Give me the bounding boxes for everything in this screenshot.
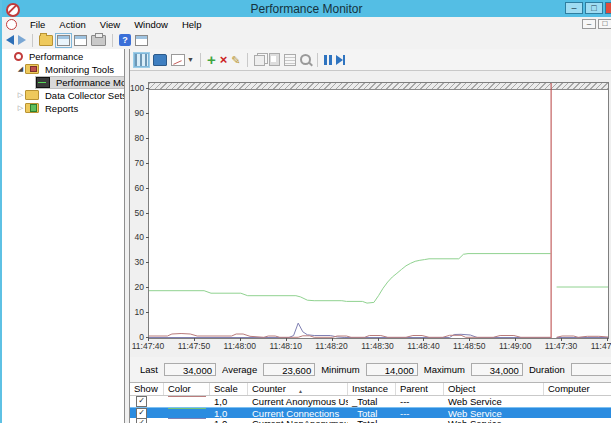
column-header-scale[interactable]: Scale (210, 383, 248, 395)
stat-label-minimum: Minimum (321, 364, 360, 375)
chevron-down-icon: ▼ (187, 56, 194, 63)
menu-item-action[interactable]: Action (52, 19, 92, 30)
show-checkbox[interactable]: ✓ (136, 396, 147, 407)
stat-label-average: Average (222, 364, 257, 375)
scale-cell: 1,0 (210, 418, 248, 423)
instance-cell: _Total (348, 396, 396, 407)
y-axis-tick (146, 138, 149, 139)
window-title: Performance Monitor (2, 2, 611, 16)
color-swatch (168, 418, 206, 419)
counter-row-current-connections[interactable]: ✓1,0Current Connections_Total---Web Serv… (130, 407, 611, 418)
new-window-icon[interactable] (135, 35, 148, 46)
show-console-tree-icon[interactable] (57, 35, 70, 46)
tree-item-monitoring-tools[interactable]: ◢Monitoring Tools (2, 63, 124, 75)
mdi-restore-button[interactable]: □ (598, 19, 611, 29)
y-axis-label: 80 (130, 133, 144, 143)
y-axis-tick (146, 163, 149, 164)
y-axis-tick (146, 88, 149, 89)
column-header-color[interactable]: Color (164, 383, 210, 395)
console-tree: Performance◢Monitoring ToolsPerformance … (2, 49, 124, 423)
expander-expanded-icon[interactable]: ◢ (16, 65, 25, 73)
x-axis-tick (194, 338, 195, 341)
zoom-icon[interactable] (300, 54, 311, 65)
menu-item-view[interactable]: View (93, 19, 127, 30)
window-list-icon[interactable] (74, 35, 87, 46)
back-icon[interactable] (6, 35, 14, 45)
show-checkbox[interactable]: ✓ (136, 408, 147, 419)
expander-collapsed-icon[interactable]: ▷ (16, 104, 25, 112)
tree-item-label: Monitoring Tools (42, 64, 117, 75)
series-line-current-anonymous-users (149, 334, 551, 338)
copy-properties-icon[interactable] (254, 55, 265, 66)
x-axis-label: 11:47:40 (585, 341, 611, 351)
column-header-instance[interactable]: Instance (348, 383, 396, 395)
parent-cell: --- (396, 418, 444, 423)
y-axis-tick (146, 262, 149, 263)
y-axis-tick (146, 312, 149, 313)
scale-cell: 1,0 (210, 408, 248, 419)
series-line-current-nonanonymous-users (149, 323, 551, 337)
column-header-parent[interactable]: Parent (396, 383, 444, 395)
show-checkbox[interactable]: ✓ (136, 418, 147, 423)
menu-item-help[interactable]: Help (175, 19, 209, 30)
maximize-button[interactable]: □ (585, 2, 603, 14)
close-button[interactable]: × (605, 2, 611, 14)
tree-item-reports[interactable]: ▷Reports (2, 102, 124, 114)
print-icon[interactable] (91, 35, 106, 46)
help-icon[interactable]: ? (119, 34, 131, 46)
y-axis-label: 100 (130, 83, 144, 93)
console-root-icon (14, 52, 23, 61)
x-axis-label: 11:48:10 (264, 341, 308, 351)
update-data-icon[interactable] (336, 52, 345, 68)
chart-plot-area[interactable] (148, 82, 609, 339)
counter-cell: Current Anonymous Users (248, 396, 348, 407)
x-axis-tick (423, 338, 424, 341)
y-axis-tick (146, 113, 149, 114)
y-axis-label: 50 (130, 208, 144, 218)
column-header-computer[interactable]: Computer (544, 383, 611, 395)
tree-item-data-collector-sets[interactable]: ▷Data Collector Sets (2, 89, 124, 101)
forward-icon[interactable] (18, 35, 26, 45)
view-log-data-icon[interactable] (153, 54, 167, 66)
toolbar-separator (317, 53, 318, 67)
counter-cell: Current NonAnonymous ... (248, 418, 348, 423)
counter-row-current-nonanonymous-[interactable]: ✓1,0Current NonAnonymous ..._Total---Web… (130, 418, 611, 423)
instance-cell: _Total (348, 418, 396, 423)
freeze-display-icon[interactable] (324, 52, 332, 68)
delete-counter-icon[interactable]: × (220, 52, 228, 68)
folder-icon (25, 90, 39, 100)
stat-value-maximum: 34,000 (471, 363, 523, 376)
x-axis-tick (561, 338, 562, 341)
column-header-counter[interactable]: Counter▲ (248, 383, 348, 395)
tree-item-performance[interactable]: Performance (2, 50, 124, 62)
export-icon[interactable] (39, 35, 53, 46)
highlight-icon[interactable]: ✎ (231, 52, 240, 68)
stat-label-last: Last (140, 364, 158, 375)
paste-counter-list-icon[interactable] (269, 53, 280, 66)
chart-type-dropdown[interactable]: ▼ (171, 52, 194, 68)
y-axis-tick (146, 237, 149, 238)
x-axis-label: 11:48:40 (401, 341, 445, 351)
menu-item-file[interactable]: File (23, 19, 52, 30)
counter-cell: Current Connections (248, 408, 348, 419)
column-header-object[interactable]: Object (444, 383, 544, 395)
counter-row-current-anonymous-users[interactable]: ✓1,0Current Anonymous Users_Total---Web … (130, 396, 611, 407)
properties-icon[interactable] (284, 54, 296, 66)
stat-value-last: 34,000 (164, 363, 216, 376)
mdi-minimize-button[interactable]: – (582, 19, 596, 29)
minimize-button[interactable]: – (565, 2, 583, 14)
menu-item-window[interactable]: Window (127, 19, 175, 30)
view-current-activity-icon[interactable] (134, 53, 149, 67)
add-counter-icon[interactable]: + (207, 52, 216, 68)
color-swatch (168, 408, 206, 409)
y-axis-label: 20 (130, 282, 144, 292)
column-header-show[interactable]: Show (130, 383, 164, 395)
expander-collapsed-icon[interactable]: ▷ (16, 91, 25, 99)
stat-label-maximum: Maximum (424, 364, 465, 375)
x-axis-label: 11:48:20 (310, 341, 354, 351)
series-line-current-connections (149, 254, 551, 304)
mmc-toolbar: ? (2, 31, 611, 50)
x-axis-tick (148, 338, 149, 341)
toolbar-separator (112, 34, 113, 47)
tree-item-performance-monitor[interactable]: Performance Monitor (2, 76, 124, 88)
